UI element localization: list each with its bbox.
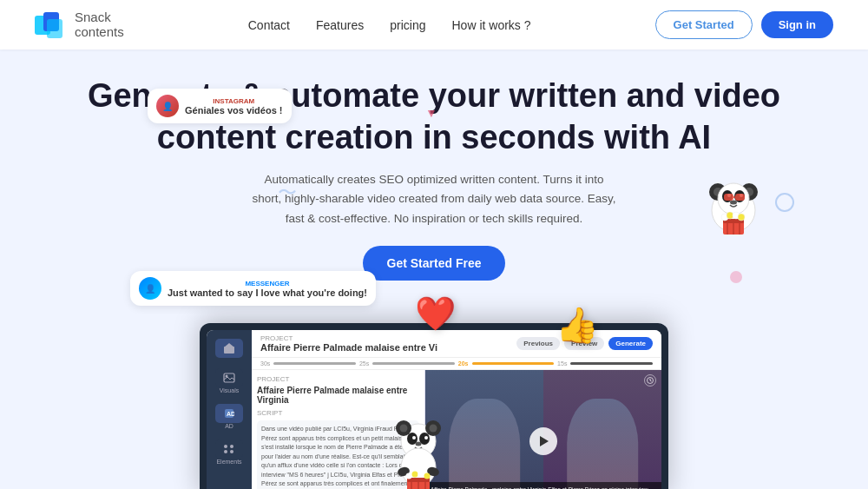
silhouette-2: [567, 399, 638, 489]
timeline-seg-1: [273, 362, 356, 365]
timeline-seg-3: [472, 362, 555, 365]
timeline-mid-3: 15s: [557, 360, 567, 367]
arrow-decoration: ▼: [425, 106, 437, 120]
nav-links: Contact Features pricing How it works ?: [248, 18, 531, 32]
svg-point-44: [406, 473, 412, 479]
svg-rect-48: [224, 347, 234, 354]
svg-point-33: [412, 436, 416, 439]
svg-point-29: [400, 425, 408, 433]
svg-text:AD: AD: [227, 411, 234, 417]
svg-line-60: [650, 380, 652, 381]
sidebar-visuals-label: Visuals: [215, 387, 243, 393]
navbar: Snack contents Contact Features pricing …: [0, 0, 868, 50]
svg-rect-50: [224, 373, 234, 382]
generate-button[interactable]: Generate: [608, 337, 653, 350]
video-panel: Affaire Pierre Palmade - malaise entre V…: [425, 370, 661, 489]
timeline-bar: 30s 25s 20s 15s: [252, 358, 661, 370]
svg-point-35: [416, 442, 422, 446]
heart-blue-icon: 👍: [556, 305, 599, 346]
timeline-mid-1: 25s: [359, 360, 369, 367]
sidebar-elements-label: Elements: [215, 459, 243, 465]
instagram-message: Géniales vos vidéos !: [185, 105, 283, 116]
play-button[interactable]: [529, 427, 557, 455]
instagram-avatar: 👤: [156, 95, 179, 117]
svg-point-22: [738, 214, 745, 221]
dot-blue-decoration: [775, 193, 794, 212]
svg-rect-2: [47, 19, 62, 38]
project-label: Project: [260, 334, 437, 342]
project-sub-label: Project: [257, 375, 419, 383]
instagram-platform-label: INSTAGRAM: [185, 97, 283, 105]
panda-decoration: [699, 171, 768, 241]
nav-contact[interactable]: Contact: [248, 18, 290, 32]
dashboard-main: Project Affaire Pierre Palmade malaise e…: [252, 330, 661, 489]
hero-description: Automatically creates SEO optimized writ…: [252, 170, 616, 228]
timeline-seg-2: [372, 362, 455, 365]
svg-point-56: [224, 450, 227, 453]
svg-point-34: [424, 436, 428, 439]
panda-bottom-decoration: [386, 415, 451, 489]
messenger-avatar: 👤: [139, 277, 161, 300]
sidebar-home-icon: [215, 339, 243, 358]
sidebar-elements-icon[interactable]: [215, 439, 243, 459]
heart-red-icon: ❤️: [415, 294, 456, 333]
dot-pink-decoration: [730, 271, 742, 283]
dashboard-sidebar: Visuals AD AD Elements: [207, 330, 252, 489]
video-caption: Affaire Pierre Palmade - malaise entre V…: [425, 482, 661, 489]
messenger-platform-label: MESSENGER: [168, 280, 367, 287]
svg-point-45: [412, 472, 418, 478]
dashboard-preview: ❤️ 👍: [200, 323, 668, 489]
messenger-badge: 👤 MESSENGER Just wanted to say I love wh…: [130, 271, 376, 306]
zigzag-decoration: 〜: [278, 180, 297, 206]
svg-point-13: [730, 201, 737, 205]
logo-icon: [35, 12, 66, 38]
timeline-mid-2: 20s: [458, 360, 469, 367]
dashboard-content: Project Affaire Pierre Palmade malaise e…: [252, 370, 661, 489]
brand-name: Snack contents: [75, 10, 124, 39]
hero-cta-button[interactable]: Get Started Free: [363, 246, 506, 281]
messenger-message: Just wanted to say I love what you're do…: [168, 287, 367, 298]
svg-rect-23: [724, 194, 733, 201]
svg-marker-49: [224, 343, 234, 347]
nav-features[interactable]: Features: [316, 18, 364, 32]
svg-point-55: [230, 445, 233, 448]
timeline-label: 30s: [260, 360, 270, 367]
nav-pricing[interactable]: pricing: [390, 18, 425, 32]
silhouette-1: [449, 399, 520, 489]
svg-point-54: [224, 445, 227, 448]
svg-point-46: [418, 472, 424, 478]
project-sub-title: Affaire Pierre Palmade malaise entre Vir…: [257, 386, 419, 405]
sidebar-visuals-icon[interactable]: [215, 368, 243, 387]
timeline-seg-4: [570, 362, 653, 365]
instagram-badge: 👤 INSTAGRAM Géniales vos vidéos !: [148, 89, 292, 123]
nav-actions: Get Started Sign in: [655, 10, 833, 39]
nav-how-it-works[interactable]: How it works ?: [452, 18, 531, 32]
svg-point-30: [430, 425, 437, 433]
hero-section: 👤 INSTAGRAM Géniales vos vidéos ! ▼ Gene…: [0, 50, 868, 281]
svg-point-47: [424, 473, 431, 479]
dashboard-topbar: Project Affaire Pierre Palmade malaise e…: [252, 330, 661, 358]
sidebar-ad-icon[interactable]: AD: [215, 404, 243, 423]
logo: Snack contents: [35, 10, 124, 39]
project-title: Affaire Pierre Palmade malaise entre Vi: [260, 342, 437, 353]
svg-rect-24: [735, 194, 745, 201]
sidebar-ad-label: AD: [215, 423, 243, 429]
person-block-2: [543, 370, 661, 489]
clock-icon: [644, 374, 656, 387]
sign-in-button[interactable]: Sign in: [761, 11, 833, 38]
get-started-button[interactable]: Get Started: [655, 10, 753, 39]
svg-point-57: [230, 450, 233, 453]
previous-button[interactable]: Previous: [516, 337, 560, 350]
